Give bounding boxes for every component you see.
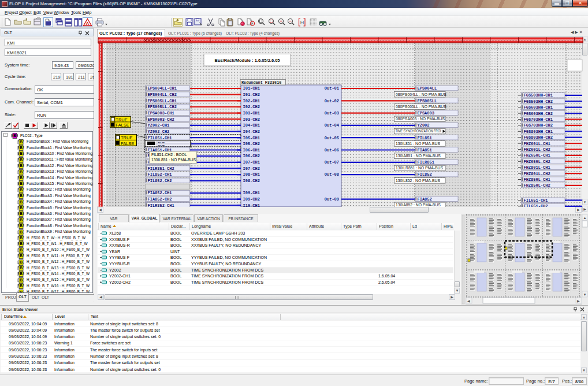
svg-text:Out-04: Out-04 — [325, 123, 339, 128]
svg-text:YZ002: YZ002 — [418, 123, 430, 128]
svg-text:FIL651-CH2: FIL651-CH2 — [524, 204, 548, 206]
svg-text:Redundant F323616: Redundant F323616 — [241, 80, 281, 85]
svg-text:I06-CH2: I06-CH2 — [243, 154, 260, 158]
svg-text:I05-CH1: I05-CH1 — [243, 136, 260, 140]
svg-text:B: B — [20, 272, 23, 276]
svg-text:B: B — [20, 164, 23, 168]
svg-text:I07-CH1: I07-CH1 — [243, 160, 260, 165]
svg-text:I01-CH2: I01-CH2 — [243, 92, 260, 97]
svg-text:FIL852-CH2: FIL852-CH2 — [148, 179, 172, 183]
svg-text:FIL852: FIL852 — [418, 172, 432, 177]
svg-text:EPSA003-CH2: EPSA003-CH2 — [148, 117, 174, 122]
svg-text:EPS004LL-CH2: EPS004LL-CH2 — [148, 92, 177, 97]
svg-text:I07-CH2: I07-CH2 — [243, 166, 260, 171]
svg-text:▶: ▶ — [577, 299, 580, 303]
svg-text:Out-07: Out-07 — [325, 160, 339, 165]
svg-text:TIME SYNCHRONIZATION FROI: TIME SYNCHRONIZATION FROI — [396, 129, 441, 133]
svg-text:FHZ601L-CH1: FHZ601L-CH1 — [524, 142, 550, 146]
svg-text:I04-CH2: I04-CH2 — [243, 129, 260, 134]
svg-text:B: B — [20, 176, 23, 180]
svg-text:I03-CH1: I03-CH1 — [243, 111, 260, 116]
svg-text:I03-CH2: I03-CH2 — [243, 117, 260, 122]
svg-text:Bus/Rack/Module : 1.6.05/2.6.0: Bus/Rack/Module : 1.6.05/2.6.05 — [215, 58, 280, 63]
svg-text:FIA851: FIA851 — [418, 148, 432, 153]
svg-text:FALSE: FALSE — [121, 141, 134, 146]
svg-text:B: B — [20, 284, 23, 288]
svg-text:B: B — [20, 158, 23, 162]
svg-text:FALSE: FALSE — [116, 123, 129, 128]
svg-text:I08-CH2: I08-CH2 — [243, 179, 260, 183]
svg-text:EPSA003-CH1: EPSA003-CH1 — [148, 111, 174, 116]
svg-text:Out-09: Out-09 — [325, 197, 339, 202]
svg-text:FGS603HH-CH1: FGS603HH-CH1 — [524, 105, 553, 110]
svg-text:B: B — [20, 242, 23, 246]
svg-text:Out-05: Out-05 — [325, 136, 339, 140]
svg-text:H: H — [300, 20, 304, 25]
svg-text:Out-01: Out-01 — [325, 86, 339, 91]
svg-text:080PS004LL : NO PMA-BUS: 080PS004LL : NO PMA-BUS — [396, 92, 446, 96]
svg-text:FIA852-CH2: FIA852-CH2 — [148, 197, 172, 202]
svg-text:FHZ801L-CH2: FHZ801L-CH2 — [524, 172, 550, 176]
svg-text:I09-CH1: I09-CH1 — [243, 191, 260, 195]
svg-text:FGS803HH-CH2: FGS803HH-CH2 — [524, 135, 553, 140]
svg-text:EPS005LL-CH1: EPS005LL-CH1 — [148, 99, 177, 103]
svg-text:I10-CH1: I10-CH1 — [243, 203, 260, 207]
svg-text:FIL852-CH1: FIL852-CH1 — [148, 172, 172, 177]
svg-text:FALSE: FALSE — [158, 144, 165, 147]
svg-text:EPS004LL-CH1: EPS004LL-CH1 — [148, 86, 177, 91]
svg-text:FIL851-CH1: FIL851-CH1 — [148, 136, 172, 140]
svg-text:B: B — [20, 278, 23, 282]
svg-text:B: B — [20, 230, 23, 234]
svg-text:B: B — [20, 194, 23, 198]
svg-text:TRUE: TRUE — [116, 117, 127, 123]
svg-text:FHZ601L-CH2: FHZ601L-CH2 — [524, 147, 550, 152]
svg-text:I09-CH2: I09-CH2 — [243, 197, 260, 202]
svg-text:FHZ850L-CH1: FHZ850L-CH1 — [524, 177, 550, 182]
svg-text:TRUE: TRUE — [121, 135, 132, 140]
svg-text:EPS005LL-CH2: EPS005LL-CH2 — [148, 105, 177, 109]
svg-text:B: B — [20, 218, 23, 222]
svg-text:I08-CH1: I08-CH1 — [243, 172, 260, 177]
svg-text:EPS005LL: EPS005LL — [418, 99, 437, 103]
svg-text:Out-08: Out-08 — [325, 172, 339, 177]
svg-text:FALSE: FALSE — [158, 142, 165, 144]
svg-text:FGS503HH-CH2: FGS503HH-CH2 — [524, 99, 553, 104]
svg-text:080PSA003 : NO PMA-BUS: 080PSA003 : NO PMA-BUS — [396, 117, 445, 121]
svg-text:FILR851: FILR851 — [418, 160, 434, 165]
svg-text:EPSA003: EPSA003 — [418, 111, 434, 116]
svg-text:I04-CH1: I04-CH1 — [243, 123, 260, 128]
svg-text:Out-02: Out-02 — [325, 99, 339, 103]
svg-text:B: B — [20, 206, 23, 210]
svg-text:130IL851 : NO PMA-BUS: 130IL851 : NO PMA-BUS — [151, 158, 196, 162]
svg-text:I06-CH1: I06-CH1 — [243, 148, 260, 153]
svg-text:080PS005LL : NO PMA-BUS: 080PS005LL : NO PMA-BUS — [396, 105, 446, 109]
svg-text:▲: ▲ — [583, 216, 587, 220]
svg-text:Out-06: Out-06 — [325, 148, 339, 153]
svg-text:Out-03: Out-03 — [325, 111, 339, 116]
svg-text:FGS503HH-CH1: FGS503HH-CH1 — [524, 93, 553, 98]
svg-text:EPS004LL: EPS004LL — [418, 86, 437, 91]
svg-text:FILR852-CH1: FILR852-CH1 — [148, 203, 174, 207]
svg-text:B: B — [20, 200, 23, 204]
svg-text:FGS803HH-CH1: FGS803HH-CH1 — [524, 129, 553, 134]
svg-text:FGS703HH-CH2: FGS703HH-CH2 — [524, 123, 553, 128]
svg-text:B: B — [20, 152, 23, 156]
svg-text:B: B — [20, 212, 23, 216]
svg-text:FHZ850L-CH2: FHZ850L-CH2 — [524, 183, 550, 188]
svg-text:A: A — [86, 21, 90, 26]
svg-text:B: B — [20, 260, 23, 264]
svg-text:FIL851: FIL851 — [418, 136, 432, 140]
svg-text:I05-CH2: I05-CH2 — [243, 142, 260, 146]
svg-text:130IL851 : NO PMA-BUS: 130IL851 : NO PMA-BUS — [396, 142, 441, 146]
svg-text:FGS603HH-CH2: FGS603HH-CH2 — [524, 112, 553, 116]
svg-text:FGS703HH-CH1: FGS703HH-CH1 — [524, 117, 553, 122]
svg-text:FILR851-CH2: FILR851-CH2 — [148, 166, 174, 171]
svg-text:B: B — [20, 140, 23, 144]
svg-text:130ILR851 : NO PMA-BUS: 130ILR851 : NO PMA-BUS — [396, 166, 443, 170]
svg-text:B: B — [20, 224, 23, 228]
svg-text:B: B — [20, 188, 23, 192]
svg-text:B: B — [20, 266, 23, 270]
svg-text:130IL852 : NO PMA-BUS: 130IL852 : NO PMA-BUS — [396, 179, 441, 183]
svg-text:FIL851-CH2 : BOOL: FIL851-CH2 : BOOL — [151, 153, 187, 157]
svg-text:B: B — [20, 146, 23, 150]
